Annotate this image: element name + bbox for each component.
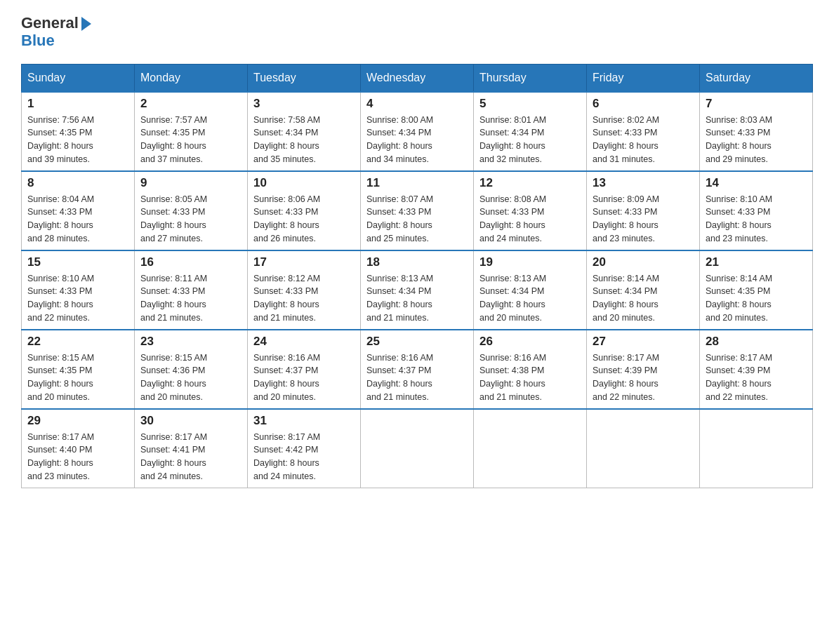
calendar-cell [361, 409, 474, 488]
calendar-cell: 11 Sunrise: 8:07 AM Sunset: 4:33 PM Dayl… [361, 171, 474, 250]
calendar-cell: 29 Sunrise: 8:17 AM Sunset: 4:40 PM Dayl… [22, 409, 135, 488]
day-info: Sunrise: 8:03 AM Sunset: 4:33 PM Dayligh… [706, 114, 807, 166]
calendar-cell: 23 Sunrise: 8:15 AM Sunset: 4:36 PM Dayl… [135, 330, 248, 409]
day-info: Sunrise: 7:57 AM Sunset: 4:35 PM Dayligh… [140, 114, 241, 166]
calendar-cell [700, 409, 813, 488]
header-tuesday: Tuesday [248, 64, 361, 92]
calendar-cell: 28 Sunrise: 8:17 AM Sunset: 4:39 PM Dayl… [700, 330, 813, 409]
header-saturday: Saturday [700, 64, 813, 92]
calendar-cell: 20 Sunrise: 8:14 AM Sunset: 4:34 PM Dayl… [587, 250, 700, 330]
day-number: 12 [479, 176, 581, 190]
day-number: 30 [140, 414, 241, 428]
day-number: 3 [253, 97, 355, 111]
day-number: 11 [366, 176, 468, 190]
day-number: 4 [366, 97, 468, 111]
day-info: Sunrise: 8:17 AM Sunset: 4:39 PM Dayligh… [706, 351, 807, 404]
header-wednesday: Wednesday [361, 64, 474, 92]
day-info: Sunrise: 8:04 AM Sunset: 4:33 PM Dayligh… [27, 193, 128, 246]
day-info: Sunrise: 8:07 AM Sunset: 4:33 PM Dayligh… [366, 193, 468, 246]
day-info: Sunrise: 7:58 AM Sunset: 4:34 PM Dayligh… [253, 114, 355, 166]
calendar-cell: 1 Sunrise: 7:56 AM Sunset: 4:35 PM Dayli… [22, 92, 135, 171]
day-info: Sunrise: 8:09 AM Sunset: 4:33 PM Dayligh… [593, 193, 694, 246]
calendar-cell [474, 409, 587, 488]
calendar-cell: 18 Sunrise: 8:13 AM Sunset: 4:34 PM Dayl… [361, 250, 474, 330]
day-number: 2 [140, 97, 241, 111]
day-info: Sunrise: 8:13 AM Sunset: 4:34 PM Dayligh… [366, 272, 468, 325]
day-number: 10 [253, 176, 355, 190]
day-number: 22 [27, 335, 128, 349]
day-info: Sunrise: 8:02 AM Sunset: 4:33 PM Dayligh… [593, 114, 694, 166]
day-info: Sunrise: 8:06 AM Sunset: 4:33 PM Dayligh… [253, 193, 355, 246]
calendar-cell: 3 Sunrise: 7:58 AM Sunset: 4:34 PM Dayli… [248, 92, 361, 171]
header-thursday: Thursday [474, 64, 587, 92]
day-info: Sunrise: 7:56 AM Sunset: 4:35 PM Dayligh… [27, 114, 128, 166]
calendar-cell: 14 Sunrise: 8:10 AM Sunset: 4:33 PM Dayl… [700, 171, 813, 250]
day-info: Sunrise: 8:16 AM Sunset: 4:38 PM Dayligh… [479, 351, 581, 404]
day-info: Sunrise: 8:11 AM Sunset: 4:33 PM Dayligh… [140, 272, 241, 325]
day-number: 8 [27, 176, 128, 190]
day-number: 7 [706, 97, 807, 111]
day-number: 14 [706, 176, 807, 190]
calendar-cell: 17 Sunrise: 8:12 AM Sunset: 4:33 PM Dayl… [248, 250, 361, 330]
day-info: Sunrise: 8:17 AM Sunset: 4:41 PM Dayligh… [140, 431, 241, 483]
day-info: Sunrise: 8:08 AM Sunset: 4:33 PM Dayligh… [479, 193, 581, 246]
day-info: Sunrise: 8:14 AM Sunset: 4:35 PM Dayligh… [706, 272, 807, 325]
logo-mark: General Blue [21, 14, 91, 50]
calendar-cell: 10 Sunrise: 8:06 AM Sunset: 4:33 PM Dayl… [248, 171, 361, 250]
day-number: 1 [27, 97, 128, 111]
header-sunday: Sunday [22, 64, 135, 92]
logo: General Blue [21, 14, 91, 50]
week-row-4: 22 Sunrise: 8:15 AM Sunset: 4:35 PM Dayl… [22, 330, 813, 409]
day-number: 5 [479, 97, 581, 111]
calendar-cell: 30 Sunrise: 8:17 AM Sunset: 4:41 PM Dayl… [135, 409, 248, 488]
day-number: 25 [366, 335, 468, 349]
day-info: Sunrise: 8:12 AM Sunset: 4:33 PM Dayligh… [253, 272, 355, 325]
day-info: Sunrise: 8:15 AM Sunset: 4:35 PM Dayligh… [27, 351, 128, 404]
day-number: 9 [140, 176, 241, 190]
day-info: Sunrise: 8:17 AM Sunset: 4:42 PM Dayligh… [253, 431, 355, 483]
calendar-cell: 21 Sunrise: 8:14 AM Sunset: 4:35 PM Dayl… [700, 250, 813, 330]
week-row-1: 1 Sunrise: 7:56 AM Sunset: 4:35 PM Dayli… [22, 92, 813, 171]
calendar-cell: 22 Sunrise: 8:15 AM Sunset: 4:35 PM Dayl… [22, 330, 135, 409]
calendar-cell: 24 Sunrise: 8:16 AM Sunset: 4:37 PM Dayl… [248, 330, 361, 409]
day-info: Sunrise: 8:17 AM Sunset: 4:40 PM Dayligh… [27, 431, 128, 483]
calendar-cell: 5 Sunrise: 8:01 AM Sunset: 4:34 PM Dayli… [474, 92, 587, 171]
calendar-cell: 16 Sunrise: 8:11 AM Sunset: 4:33 PM Dayl… [135, 250, 248, 330]
calendar-header-row: SundayMondayTuesdayWednesdayThursdayFrid… [22, 64, 813, 92]
day-number: 17 [253, 255, 355, 269]
day-info: Sunrise: 8:16 AM Sunset: 4:37 PM Dayligh… [253, 351, 355, 404]
calendar-cell: 7 Sunrise: 8:03 AM Sunset: 4:33 PM Dayli… [700, 92, 813, 171]
day-info: Sunrise: 8:17 AM Sunset: 4:39 PM Dayligh… [593, 351, 694, 404]
week-row-3: 15 Sunrise: 8:10 AM Sunset: 4:33 PM Dayl… [22, 250, 813, 330]
calendar-cell: 8 Sunrise: 8:04 AM Sunset: 4:33 PM Dayli… [22, 171, 135, 250]
day-number: 31 [253, 414, 355, 428]
day-info: Sunrise: 8:05 AM Sunset: 4:33 PM Dayligh… [140, 193, 241, 246]
day-number: 28 [706, 335, 807, 349]
calendar-cell: 6 Sunrise: 8:02 AM Sunset: 4:33 PM Dayli… [587, 92, 700, 171]
week-row-5: 29 Sunrise: 8:17 AM Sunset: 4:40 PM Dayl… [22, 409, 813, 488]
calendar-cell: 25 Sunrise: 8:16 AM Sunset: 4:37 PM Dayl… [361, 330, 474, 409]
header-friday: Friday [587, 64, 700, 92]
calendar-cell: 15 Sunrise: 8:10 AM Sunset: 4:33 PM Dayl… [22, 250, 135, 330]
day-number: 18 [366, 255, 468, 269]
day-info: Sunrise: 8:10 AM Sunset: 4:33 PM Dayligh… [27, 272, 128, 325]
day-info: Sunrise: 8:13 AM Sunset: 4:34 PM Dayligh… [479, 272, 581, 325]
day-number: 24 [253, 335, 355, 349]
day-number: 23 [140, 335, 241, 349]
calendar-cell: 2 Sunrise: 7:57 AM Sunset: 4:35 PM Dayli… [135, 92, 248, 171]
calendar-cell: 19 Sunrise: 8:13 AM Sunset: 4:34 PM Dayl… [474, 250, 587, 330]
day-info: Sunrise: 8:15 AM Sunset: 4:36 PM Dayligh… [140, 351, 241, 404]
day-number: 26 [479, 335, 581, 349]
day-number: 29 [27, 414, 128, 428]
day-number: 15 [27, 255, 128, 269]
header-monday: Monday [135, 64, 248, 92]
calendar-cell: 4 Sunrise: 8:00 AM Sunset: 4:34 PM Dayli… [361, 92, 474, 171]
day-number: 27 [593, 335, 694, 349]
calendar-cell: 12 Sunrise: 8:08 AM Sunset: 4:33 PM Dayl… [474, 171, 587, 250]
day-info: Sunrise: 8:16 AM Sunset: 4:37 PM Dayligh… [366, 351, 468, 404]
day-number: 6 [593, 97, 694, 111]
day-info: Sunrise: 8:00 AM Sunset: 4:34 PM Dayligh… [366, 114, 468, 166]
calendar-cell: 31 Sunrise: 8:17 AM Sunset: 4:42 PM Dayl… [248, 409, 361, 488]
day-number: 19 [479, 255, 581, 269]
calendar-cell: 27 Sunrise: 8:17 AM Sunset: 4:39 PM Dayl… [587, 330, 700, 409]
